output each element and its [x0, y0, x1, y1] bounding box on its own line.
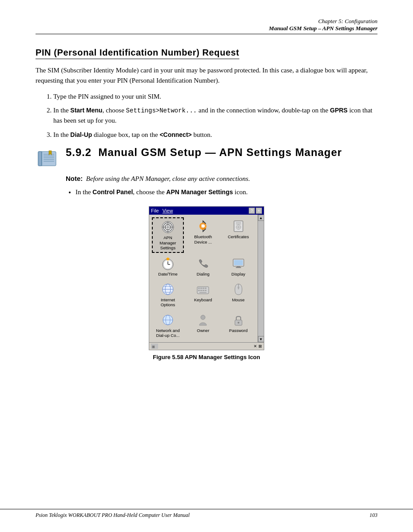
section-592-container: 5.9.2 Manual GSM Setup — APN Settings Ma…: [36, 146, 377, 170]
footer-right: 103: [369, 512, 377, 519]
apn-manager-icon: [161, 220, 175, 234]
cp-icon-mouse[interactable]: Mouse: [222, 280, 254, 309]
svg-rect-39: [203, 288, 204, 289]
section-592-title-text: 5.9.2 Manual GSM Setup — APN Settings Ma…: [66, 146, 342, 159]
bullet-before: In the: [75, 188, 92, 196]
cp-view-menu[interactable]: View: [163, 208, 173, 213]
svg-rect-43: [203, 290, 204, 291]
svg-text:✱: ✱: [201, 223, 205, 229]
bullet-list: In the Control Panel, choose the APN Man…: [53, 187, 377, 197]
cp-scrollbar[interactable]: ▲ ▼: [258, 215, 264, 342]
cp-network-label: Network andDial-up Co...: [156, 328, 179, 338]
step3-end: button.: [192, 131, 212, 138]
bluetooth-icon: ✱: [196, 219, 210, 233]
svg-point-51: [201, 315, 205, 320]
step3-dialup: Dial-Up: [70, 131, 92, 138]
display-icon: [231, 256, 246, 271]
mouse-icon: [231, 282, 246, 296]
bullet-end: icon.: [233, 188, 247, 196]
note-line: Note: Before using the APN Manager, clos…: [66, 175, 377, 183]
bullet-item-1: In the Control Panel, choose the APN Man…: [75, 187, 377, 197]
footer-left: Psion Teklogix WORKABOUT PRO Hand-Held C…: [36, 512, 190, 519]
pin-paragraph: The SIM (Subscriber Identity Module) car…: [36, 65, 377, 86]
bullet-control-panel: Control Panel: [92, 188, 133, 196]
cp-icon-display[interactable]: Display: [222, 255, 254, 278]
password-icon: [231, 313, 246, 327]
svg-rect-1: [38, 152, 42, 166]
book-icon: [36, 147, 59, 170]
section-title: Manual GSM Setup — APN Settings Manager: [98, 146, 342, 158]
svg-line-27: [169, 258, 170, 259]
cp-datetime-label: Date/Time: [158, 272, 177, 276]
svg-rect-31: [237, 266, 240, 267]
pin-heading-text: PIN (Personal Identification Number) Req…: [36, 48, 239, 59]
cp-scroll-down-button[interactable]: ▼: [258, 336, 264, 342]
bullet-middle: , choose the: [133, 188, 166, 196]
cp-mouse-label: Mouse: [232, 297, 245, 302]
step2-before: In the: [53, 107, 70, 114]
step2-gprs: GPRS: [330, 107, 348, 114]
cp-menu-bar: File View: [151, 208, 173, 213]
svg-rect-38: [200, 288, 202, 289]
pin-steps-list: Type the PIN assigned to your unit SIM. …: [53, 92, 377, 140]
pin-section-heading: PIN (Personal Identification Number) Req…: [36, 48, 377, 65]
cp-bluetooth-label: BluetoothDevice ...: [194, 234, 212, 244]
figure-caption: Figure 5.58 APN Manager Settings Icon: [153, 354, 260, 360]
step3-before: In the: [53, 131, 70, 138]
svg-line-28: [166, 258, 167, 259]
page-footer: Psion Teklogix WORKABOUT PRO Hand-Held C…: [0, 509, 413, 519]
svg-rect-45: [199, 292, 206, 293]
cp-icon-password[interactable]: Password: [222, 311, 254, 340]
cp-start-icon: ⊞: [151, 344, 158, 349]
svg-rect-30: [234, 260, 243, 265]
cp-icon-datetime[interactable]: Date/Time: [152, 255, 184, 278]
cp-certificates-label: Certificates: [228, 234, 249, 239]
cp-icon-internet[interactable]: InternetOptions: [152, 280, 184, 309]
bullet-apn-manager: APN Manager Settings: [166, 188, 233, 196]
step2-after: and in the connection window, double-tap…: [197, 107, 330, 114]
svg-rect-42: [200, 290, 202, 291]
cp-icon-certificates[interactable]: Certificates: [222, 217, 254, 253]
cp-titlebar: File View ? ×: [149, 207, 264, 215]
cp-help-button[interactable]: ?: [249, 208, 255, 214]
step2-choose: , choose: [103, 107, 126, 114]
note-label: Note:: [66, 175, 83, 182]
cp-keyboard-label: Keyboard: [194, 297, 212, 302]
section-592-title-block: 5.9.2 Manual GSM Setup — APN Settings Ma…: [66, 146, 342, 159]
pin-step-1: Type the PIN assigned to your unit SIM.: [53, 92, 377, 102]
internet-icon: [161, 282, 175, 296]
screenshot-container: File View ? ×: [36, 206, 377, 360]
cp-icon-apn-manager[interactable]: APNManagerSettings: [152, 217, 184, 253]
step3-connect: <Connect>: [159, 131, 191, 138]
keyboard-icon: [196, 282, 210, 296]
page-header: Chapter 5: Configuration Manual GSM Setu…: [36, 18, 377, 34]
header-section: Manual GSM Setup – APN Settings Manager: [36, 25, 377, 32]
cp-close-button[interactable]: ×: [256, 208, 262, 214]
cp-icon-network[interactable]: Network andDial-up Co...: [152, 311, 184, 340]
cp-scroll-up-button[interactable]: ▲: [258, 215, 264, 221]
cp-icon-bluetooth[interactable]: ✱ BluetoothDevice ...: [187, 217, 219, 253]
cp-icon-dialing[interactable]: Dialing: [187, 255, 219, 278]
header-chapter: Chapter 5: Configuration: [36, 18, 377, 25]
section-number: 5.9.2: [66, 146, 91, 158]
svg-point-18: [237, 226, 240, 228]
cp-icon-owner[interactable]: Owner: [187, 311, 219, 340]
cp-owner-label: Owner: [197, 328, 209, 333]
svg-rect-37: [198, 288, 200, 289]
step2-start-menu: Start Menu: [70, 107, 102, 114]
cp-icon-keyboard[interactable]: Keyboard: [187, 280, 219, 309]
datetime-icon: [161, 256, 175, 271]
pin-step-2: In the Start Menu, choose Settings>Netwo…: [53, 105, 377, 126]
cp-display-label: Display: [231, 272, 245, 276]
svg-text:⊞: ⊞: [152, 345, 155, 349]
svg-point-47: [238, 286, 239, 288]
cp-bottombar: ⊞ ✕ ⊠: [149, 342, 264, 350]
pin-step-3: In the Dial-Up dialogue box, tap on the …: [53, 130, 377, 140]
note-text: Before using the APN Manager, close any …: [86, 175, 250, 182]
owner-icon: [196, 313, 210, 327]
cp-file-menu[interactable]: File: [151, 208, 159, 213]
cp-dialing-label: Dialing: [197, 272, 210, 276]
page-container: Chapter 5: Configuration Manual GSM Setu…: [0, 0, 413, 532]
svg-rect-41: [198, 290, 200, 291]
cp-password-label: Password: [229, 328, 248, 333]
